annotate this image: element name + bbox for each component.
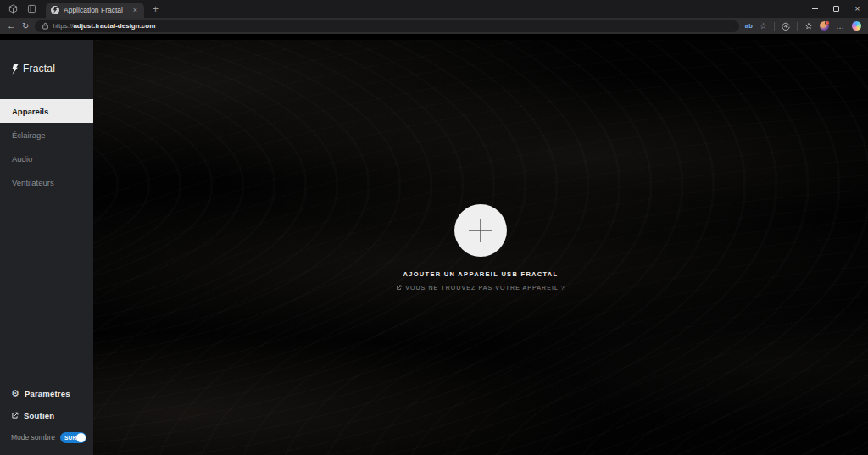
page-content: Fractal Appareils Éclairage Audio Ventil… <box>0 34 868 455</box>
browser-essentials-icon[interactable] <box>782 22 790 31</box>
window-controls: × <box>804 0 868 18</box>
browser-tab[interactable]: Application Fractal × <box>46 3 144 18</box>
tab-layout-icon[interactable] <box>24 3 39 16</box>
page-top-strip <box>0 34 868 40</box>
add-device-block: AJOUTER UN APPAREIL USB FRACTAL VOUS NE … <box>311 204 650 294</box>
browser-tab-bar: Application Fractal × + × <box>0 0 868 18</box>
plus-icon <box>468 218 493 243</box>
external-link-icon <box>396 285 402 291</box>
translate-icon[interactable]: ab <box>745 22 753 30</box>
fractal-favicon-icon <box>51 6 59 14</box>
support-link[interactable]: Soutien <box>11 404 93 426</box>
main-area: AJOUTER UN APPAREIL USB FRACTAL VOUS NE … <box>93 40 868 455</box>
fractal-logo: Fractal <box>0 40 93 77</box>
tab-title: Application Fractal <box>64 6 131 14</box>
window-maximize-button[interactable] <box>826 0 847 18</box>
toggle-knob <box>76 433 86 442</box>
refresh-button[interactable]: ↻ <box>22 22 29 31</box>
external-link-icon <box>11 412 19 419</box>
dark-mode-toggle[interactable]: SUR <box>60 432 86 443</box>
toolbar-divider <box>797 22 798 31</box>
browser-toolbar: ← ↻ https://adjust.fractal-design.com ab… <box>0 18 868 34</box>
device-not-found-link[interactable]: VOUS NE TROUVEZ PAS VOTRE APPAREIL ? <box>396 285 565 291</box>
more-menu-icon[interactable]: … <box>836 21 845 31</box>
collections-sparkle-icon[interactable] <box>804 22 813 31</box>
tab-close-icon[interactable]: × <box>131 6 139 14</box>
toolbar-divider <box>774 22 775 31</box>
sidebar-item-ventilateurs[interactable]: Ventilateurs <box>0 170 93 194</box>
dark-mode-row: Mode sombre SUR <box>11 426 93 448</box>
settings-button[interactable]: ⚙ Paramètres <box>11 382 93 404</box>
copilot-icon[interactable] <box>852 21 861 31</box>
sidebar-nav: Appareils Éclairage Audio Ventilateurs <box>0 99 93 194</box>
gear-icon: ⚙ <box>11 389 19 398</box>
logo-text: Fractal <box>23 63 55 75</box>
fractal-bolt-icon <box>11 64 19 75</box>
toolbar-icons: ab ☆ … <box>745 21 861 31</box>
back-button[interactable]: ← <box>7 21 16 31</box>
profile-avatar[interactable] <box>820 21 829 31</box>
lock-icon <box>42 22 48 30</box>
sidebar: Fractal Appareils Éclairage Audio Ventil… <box>0 40 93 455</box>
sidebar-item-eclairage[interactable]: Éclairage <box>0 123 93 147</box>
favorite-star-icon[interactable]: ☆ <box>760 21 767 31</box>
sidebar-item-audio[interactable]: Audio <box>0 147 93 170</box>
url-text: https://adjust.fractal-design.com <box>53 22 155 30</box>
sidebar-item-appareils[interactable]: Appareils <box>0 99 93 123</box>
add-device-label: AJOUTER UN APPAREIL USB FRACTAL <box>311 270 650 278</box>
add-device-button[interactable] <box>454 204 507 257</box>
sidebar-footer: ⚙ Paramètres Soutien Mode sombre SUR <box>0 382 93 455</box>
window-minimize-button[interactable] <box>804 0 826 18</box>
workspaces-icon[interactable] <box>5 3 20 16</box>
window-close-button[interactable]: × <box>847 0 868 18</box>
new-tab-button[interactable]: + <box>153 4 159 14</box>
address-bar[interactable]: https://adjust.fractal-design.com <box>35 20 738 32</box>
